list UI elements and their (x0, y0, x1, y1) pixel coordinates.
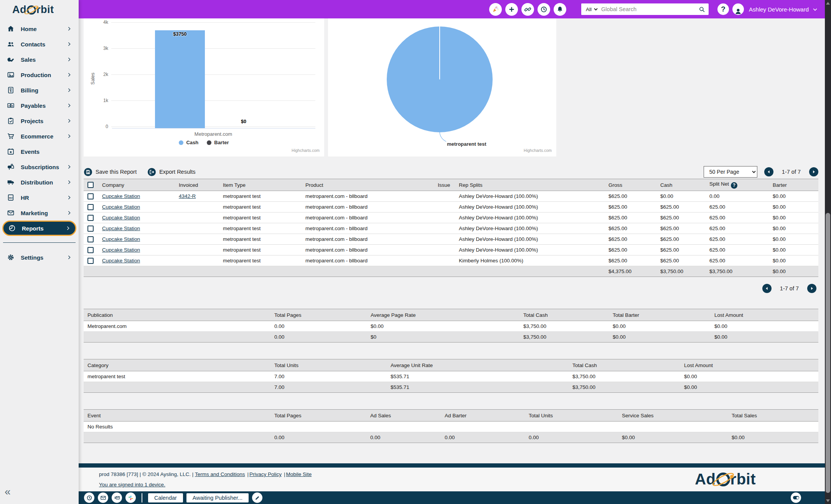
bottom-bar-button[interactable]: Awaiting Publisher... (186, 493, 249, 502)
sidebar-item-icon (7, 25, 16, 33)
scroll-up-arrow[interactable] (826, 2, 830, 5)
cash-cell: $0.00 (656, 191, 706, 202)
split-net-cell: 625.00 (706, 202, 769, 212)
prev-page-button[interactable] (764, 167, 773, 176)
highcharts-credit[interactable]: Highcharts.com (292, 148, 320, 153)
per-page-select[interactable]: 50 Per Page (704, 166, 757, 178)
sidebar-item[interactable]: Sales (2, 52, 76, 67)
vertical-scrollbar[interactable] (825, 0, 831, 504)
chevron-right-icon (67, 210, 72, 216)
sidebar-item-icon (7, 193, 16, 202)
mail-queue-icon[interactable] (112, 492, 122, 503)
add-icon[interactable] (505, 3, 518, 16)
next-page-button[interactable] (807, 284, 816, 293)
split-net-help-icon[interactable]: ? (731, 182, 737, 189)
table-row: Cupcake Station metroparent test metropa… (84, 202, 818, 212)
row-checkbox[interactable] (87, 247, 94, 253)
clock-icon[interactable] (84, 492, 94, 503)
company-link[interactable]: Cupcake Station (102, 204, 140, 210)
link-icon[interactable] (521, 3, 534, 16)
history-icon[interactable] (538, 3, 550, 16)
signed-in-devices-link[interactable]: You are signed into 1 device. (99, 482, 168, 488)
bottom-bar-button[interactable]: Calendar (148, 493, 183, 502)
sidebar-item[interactable]: HR (2, 190, 76, 205)
highcharts-credit[interactable]: Highcharts.com (524, 148, 552, 153)
select-all-checkbox[interactable] (87, 182, 94, 188)
company-link[interactable]: Cupcake Station (102, 258, 140, 264)
company-link[interactable]: Cupcake Station (102, 193, 140, 199)
gross-cell: $625.00 (605, 212, 656, 223)
mail-icon[interactable] (98, 492, 108, 503)
prev-page-button[interactable] (762, 284, 772, 293)
row-checkbox[interactable] (87, 204, 94, 210)
sidebar-item-label: Subscriptions (21, 164, 59, 170)
sidebar-item[interactable]: Settings (2, 250, 76, 265)
sidebar-item[interactable]: Marketing (2, 205, 76, 221)
help-icon[interactable]: ? (717, 3, 729, 15)
sidebar-collapse-button[interactable]: « (5, 486, 11, 498)
sidebar-item[interactable]: Home (2, 21, 76, 36)
avatar[interactable] (732, 3, 744, 15)
chevron-right-icon (67, 87, 72, 93)
pagination-top: 1-7 of 7 (764, 167, 818, 176)
barter-cell: $0.00 (769, 245, 818, 255)
pagination-bottom: 1-7 of 7 (762, 284, 816, 293)
product-cell: metroparent.com - bllboard (302, 245, 434, 255)
user-menu[interactable]: Ashley DeVore-Howard (749, 6, 809, 13)
sidebar-item[interactable]: Distribution (2, 175, 76, 190)
row-checkbox[interactable] (87, 236, 94, 242)
pie-slice-label: metroparent test (447, 141, 486, 147)
legend-item-cash[interactable]: Cash (179, 140, 198, 145)
scrollbar-thumb[interactable] (826, 213, 830, 493)
company-link[interactable]: Cupcake Station (102, 247, 140, 253)
scroll-down-arrow[interactable] (826, 499, 830, 502)
invoiced-link[interactable]: 4342-R (179, 193, 196, 199)
table-row: Metroparent.com 0.00 $0.00 $3,750.00 $0.… (84, 321, 818, 332)
row-checkbox[interactable] (87, 258, 94, 264)
row-checkbox[interactable] (87, 215, 94, 221)
search-icon[interactable] (695, 6, 709, 13)
chevron-down-icon[interactable] (812, 7, 818, 12)
company-link[interactable]: Cupcake Station (102, 215, 140, 221)
gross-cell: $625.00 (605, 191, 656, 202)
footer-divider (79, 463, 825, 468)
col-cash: Cash (656, 179, 706, 191)
company-link[interactable]: Cupcake Station (102, 226, 140, 231)
sidebar-item[interactable]: Contacts (2, 36, 76, 52)
sidebar-item[interactable]: Payables (2, 98, 76, 113)
row-checkbox[interactable] (87, 193, 94, 199)
search-input[interactable] (599, 6, 695, 12)
issue-cell (434, 212, 455, 223)
adorbit-logo[interactable]: Ad rbit (0, 0, 54, 19)
event-header-row: Event Total Pages Ad Sales Ad Barter Tot… (84, 410, 818, 422)
company-link[interactable]: Cupcake Station (102, 236, 140, 242)
item-type-cell: metroparent test (219, 255, 302, 266)
footer-link[interactable]: Mobile Site (286, 471, 312, 477)
sidebar-item[interactable]: Ecommerce (2, 128, 76, 144)
celebration-icon[interactable] (489, 3, 502, 16)
export-results-button[interactable]: Export Results (147, 168, 195, 176)
footer-link[interactable]: Terms and Conditions (195, 471, 249, 477)
product-cell: metroparent.com - bllboard (302, 191, 434, 202)
notifications-icon[interactable] (554, 3, 566, 16)
sidebar-item-label: Billing (21, 87, 38, 94)
slack-icon[interactable] (125, 492, 136, 503)
sidebar-item[interactable]: Subscriptions (2, 159, 76, 175)
sidebar-item[interactable]: Projects (2, 113, 76, 128)
sidebar-item[interactable]: Production (2, 67, 76, 82)
footer-link[interactable]: Privacy Policy (249, 471, 286, 477)
sidebar-item-label: Distribution (21, 179, 53, 186)
toggle-switch[interactable] (791, 492, 801, 503)
category-header-row: Category Total Units Average Unit Rate T… (84, 359, 818, 371)
search-scope-select[interactable]: All (581, 3, 599, 15)
results-header-row: Company Invoiced Item Type Product Issue… (84, 179, 818, 191)
edit-icon[interactable] (252, 492, 262, 503)
sidebar-item[interactable]: Reports (2, 221, 76, 236)
chevron-right-icon (66, 225, 71, 231)
legend-item-barter[interactable]: Barter (207, 140, 229, 145)
sidebar-item[interactable]: Events (2, 144, 76, 159)
next-page-button[interactable] (809, 167, 818, 176)
sidebar-item[interactable]: Billing (2, 82, 76, 98)
row-checkbox[interactable] (87, 226, 94, 232)
save-report-button[interactable]: Save this Report (84, 168, 137, 176)
